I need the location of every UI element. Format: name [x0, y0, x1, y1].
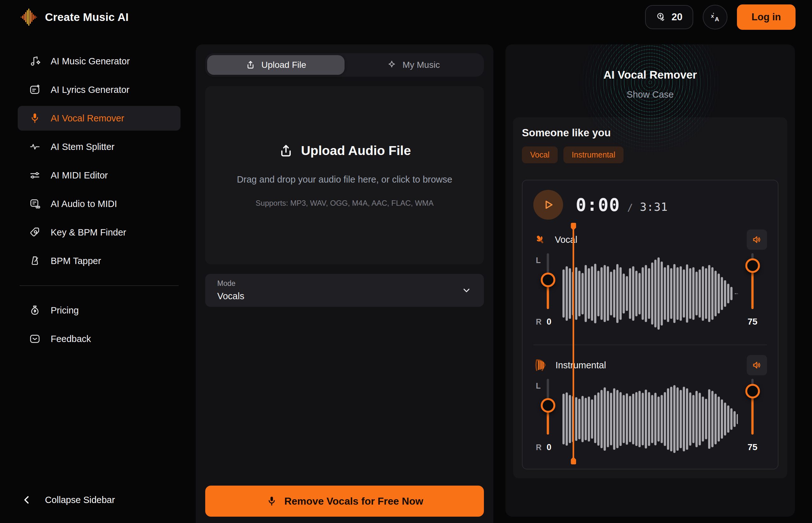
upload-panel: Upload File My Music Upload Audio File D… — [196, 44, 493, 523]
balance-value-row: R 0 — [536, 443, 551, 452]
balance-right-label: R — [536, 317, 542, 326]
sidebar-item-audio-to-midi[interactable]: AI Audio to MIDI — [18, 192, 181, 216]
time-display: 0:00 / 3:31 — [576, 195, 668, 215]
sidebar-item-music-generator[interactable]: AI Music Generator — [18, 49, 181, 74]
balance-left-label: L — [536, 256, 541, 265]
credits-count: 20 — [672, 12, 682, 23]
upload-dropzone[interactable]: Upload Audio File Drag and drop your aud… — [205, 86, 484, 264]
harp-icon — [533, 358, 548, 373]
sidebar: AI Music Generator AI Lyrics Generator A… — [0, 44, 196, 523]
svg-text:x: x — [711, 13, 714, 19]
time-separator: / — [627, 202, 633, 213]
speaker-icon — [752, 235, 762, 245]
track-instrumental-header: Instrumental — [533, 355, 767, 375]
volume-slider-knob[interactable] — [745, 384, 760, 398]
instrumental-waveform-area[interactable] — [563, 378, 738, 461]
showcase-panel: AI Vocal Remover Show Case Someone like … — [506, 44, 795, 517]
sidebar-item-label: AI Stem Splitter — [51, 142, 114, 152]
track-instrumental: Instrumental L — [533, 355, 767, 461]
brand-waveform-icon — [20, 8, 38, 26]
sidebar-item-vocal-remover[interactable]: AI Vocal Remover — [18, 106, 181, 131]
sidebar-item-lyrics-generator[interactable]: AI Lyrics Generator — [18, 77, 181, 102]
play-button[interactable] — [533, 190, 563, 220]
balance-value: 0 — [547, 443, 551, 452]
vocal-balance-slider[interactable]: L R 0 — [533, 252, 563, 335]
collapse-sidebar-label: Collapse Sidebar — [45, 495, 115, 505]
audio-to-midi-icon — [29, 197, 41, 210]
remove-vocals-cta-label: Remove Vocals for Free Now — [284, 495, 423, 507]
track-divider — [533, 345, 767, 345]
language-button[interactable]: x A — [703, 5, 728, 30]
mode-texts: Mode Vocals — [217, 279, 244, 302]
sidebar-divider — [20, 285, 178, 286]
collapse-sidebar-button[interactable]: Collapse Sidebar — [18, 494, 181, 505]
coins-icon — [656, 12, 667, 22]
balance-slider-knob[interactable] — [541, 398, 555, 413]
sidebar-item-label: AI MIDI Editor — [51, 170, 108, 181]
track-vocal-body: L R 0 — [533, 252, 767, 335]
sidebar-item-midi-editor[interactable]: AI MIDI Editor — [18, 163, 181, 188]
mic-cta-icon — [266, 495, 278, 507]
showcase-title: AI Vocal Remover — [513, 69, 787, 81]
tag-search-icon — [29, 226, 41, 239]
vocal-waveform — [563, 252, 734, 335]
instrumental-volume-value: 75 — [748, 442, 757, 452]
total-duration: 3:31 — [640, 201, 668, 213]
sliders-icon — [29, 169, 41, 182]
sidebar-item-label: Pricing — [51, 305, 79, 316]
chevron-down-icon — [461, 285, 472, 296]
showcase-subtitle: Show Case — [513, 89, 787, 100]
instrumental-balance-slider[interactable]: L R 0 — [533, 378, 563, 461]
balance-left-label: L — [536, 381, 541, 391]
sidebar-item-key-bpm-finder[interactable]: Key & BPM Finder — [18, 220, 181, 245]
balance-slider-track[interactable] — [547, 253, 549, 309]
showcase-header: AI Vocal Remover Show Case — [513, 44, 787, 117]
login-button[interactable]: Log in — [737, 4, 795, 30]
vocal-waveform-area[interactable] — [563, 252, 738, 335]
sidebar-item-pricing[interactable]: Pricing — [18, 298, 181, 323]
instrumental-volume-slider[interactable]: 75 — [738, 378, 767, 461]
dropzone-supported-formats: Supports: MP3, WAV, OGG, M4A, AAC, FLAC,… — [256, 199, 434, 208]
volume-slider-knob[interactable] — [745, 258, 760, 273]
player-controls: 0:00 / 3:31 — [533, 190, 767, 220]
upload-tabbar: Upload File My Music — [205, 53, 484, 77]
brand-name: Create Music AI — [45, 11, 129, 23]
mode-select[interactable]: Mode Vocals — [205, 274, 484, 307]
tab-upload-file[interactable]: Upload File — [207, 55, 344, 75]
track-instrumental-body: L R 0 — [533, 378, 767, 461]
sidebar-item-label: Feedback — [51, 334, 91, 344]
credits-pill[interactable]: 20 — [645, 5, 693, 29]
money-bag-icon — [29, 304, 41, 317]
translate-icon: x A — [709, 11, 721, 23]
chevron-left-icon — [21, 494, 32, 505]
balance-right-label: R — [536, 443, 542, 452]
vocal-volume-slider[interactable]: 75 — [738, 252, 767, 335]
music-note-icon — [29, 55, 41, 68]
sidebar-item-stem-splitter[interactable]: AI Stem Splitter — [18, 134, 181, 159]
track-instrumental-label: Instrumental — [555, 360, 606, 371]
tab-my-music[interactable]: My Music — [344, 55, 482, 75]
mail-icon — [29, 332, 41, 345]
remove-vocals-cta-button[interactable]: Remove Vocals for Free Now — [205, 486, 484, 517]
playhead-top-handle[interactable] — [571, 223, 576, 231]
balance-slider-knob[interactable] — [541, 273, 555, 287]
track-vocal-header: Vocal — [533, 230, 767, 250]
sparkle-diamond-icon — [387, 60, 397, 70]
topbar-actions: 20 x A Log in — [645, 4, 795, 30]
dropzone-heading: Upload Audio File — [278, 143, 411, 159]
volume-slider-track[interactable] — [752, 253, 754, 309]
instrumental-volume-button[interactable] — [747, 355, 767, 375]
vocal-volume-button[interactable] — [747, 230, 767, 250]
sidebar-item-label: AI Audio to MIDI — [51, 199, 117, 209]
sidebar-item-bpm-tapper[interactable]: BPM Tapper — [18, 249, 181, 273]
playhead[interactable] — [572, 223, 574, 464]
brand[interactable]: Create Music AI — [20, 8, 129, 26]
balance-value: 0 — [547, 317, 551, 327]
speaker-icon — [752, 360, 762, 370]
balance-slider-track[interactable] — [547, 379, 549, 435]
sidebar-item-label: BPM Tapper — [51, 256, 101, 266]
sidebar-item-feedback[interactable]: Feedback — [18, 326, 181, 351]
ripple-graphic — [574, 44, 726, 159]
volume-slider-track[interactable] — [752, 379, 754, 435]
vocal-waveform-tail-dash — [735, 293, 738, 294]
